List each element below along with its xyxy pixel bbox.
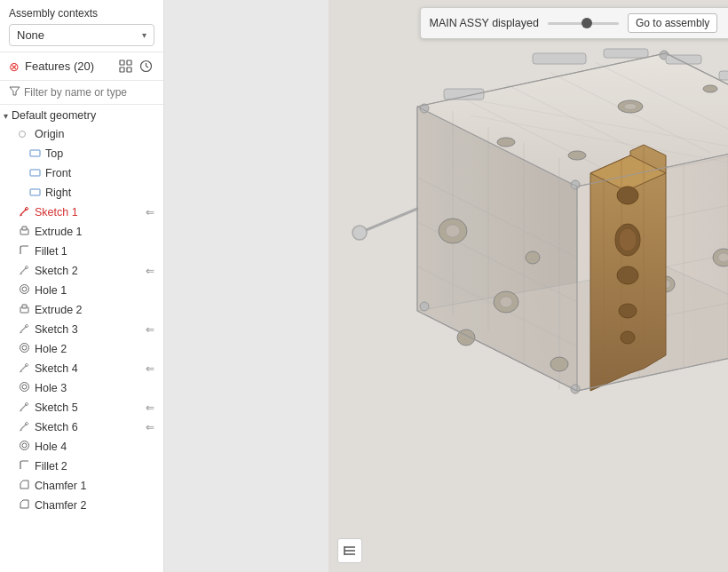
assembly-contexts-section: Assembly contexts None ▾ [0,0,163,52]
tree-item-fillet2[interactable]: Fillet 2 [0,457,163,476]
arrow-icon-sketch3: ⇐ [146,323,154,336]
svg-point-83 [550,357,568,371]
bottom-toolbar [337,538,362,563]
tree-item-hole3[interactable]: Hole 3 [0,378,163,398]
assembly-contexts-dropdown[interactable]: None ▾ [9,24,154,46]
sketch6-label: Sketch 6 [35,421,78,433]
hole-icon-3 [18,381,30,395]
tree-item-extrude1[interactable]: Extrude 1 [0,222,163,242]
tree-item-chamfer1[interactable]: Chamfer 1 [0,476,163,496]
list-view-button[interactable] [337,538,362,563]
top-label: Top [45,147,63,160]
arrow-icon-sketch4: ⇐ [146,362,154,375]
chevron-icon: ▾ [4,111,8,121]
svg-rect-116 [719,71,728,80]
svg-point-27 [22,346,27,350]
svg-point-39 [20,441,28,450]
hole-icon-1 [18,283,30,298]
tree-item-hole1[interactable]: Hole 1 [0,281,163,300]
default-geometry-label: Default geometry [12,109,96,122]
svg-rect-0 [120,60,124,65]
right-label: Right [45,187,71,199]
sketch-icon-5 [18,401,30,415]
tree-item-sketch5[interactable]: Sketch 5 ⇐ [0,398,163,417]
sketch-icon-6 [18,420,30,434]
svg-point-78 [446,225,460,237]
extrude2-label: Extrude 2 [35,304,83,316]
svg-rect-113 [533,53,586,64]
arrow-icon-sketch6: ⇐ [146,421,154,433]
tree-item-sketch6[interactable]: Sketch 6 ⇐ [0,417,163,437]
svg-point-80 [500,297,512,307]
error-icon: ⊗ [9,60,20,74]
svg-rect-2 [120,68,124,72]
sketch-icon-4 [18,361,30,376]
tree-item-top[interactable]: Top [0,144,163,163]
sketch-icon-2 [18,264,30,278]
svg-rect-8 [30,150,40,156]
tree-item-sketch2[interactable]: Sketch 2 ⇐ [0,261,163,281]
plane-icon-right [28,187,41,199]
arrow-icon-sketch2: ⇐ [146,265,154,277]
svg-point-85 [624,104,637,110]
notification-text: MAIN ASSY displayed [430,17,539,29]
svg-point-109 [571,385,580,393]
svg-point-72 [718,253,728,262]
goto-assembly-button[interactable]: Go to assembly [628,13,717,33]
svg-line-18 [20,274,22,274]
svg-marker-7 [10,87,20,95]
svg-rect-1 [127,60,131,65]
slider-track [548,22,619,25]
tree-item-extrude2[interactable]: Extrude 2 [0,300,163,320]
hole1-label: Hole 1 [35,284,67,297]
default-geometry-header[interactable]: ▾ Default geometry [0,107,163,124]
svg-line-6 [146,67,149,68]
tree-item-chamfer2[interactable]: Chamfer 2 [0,496,163,515]
chevron-down-icon: ▾ [142,30,146,40]
tree-item-sketch4[interactable]: Sketch 4 ⇐ [0,359,163,378]
svg-point-40 [22,443,27,448]
svg-rect-15 [22,226,27,230]
clock-icon-button[interactable] [138,58,154,75]
svg-point-32 [22,385,27,389]
svg-point-101 [619,304,637,318]
plane-icon-top [28,148,41,160]
tree-item-sketch3[interactable]: Sketch 3 ⇐ [0,320,163,339]
filter-input[interactable] [24,86,154,99]
notification-bar: MAIN ASSY displayed Go to assembly ✕ [420,7,729,39]
svg-point-20 [22,287,27,291]
fillet1-label: Fillet 1 [35,245,67,258]
plane-icon-front [28,168,41,179]
tree-item-front[interactable]: Front [0,163,163,183]
svg-point-31 [20,383,28,392]
origin-label: Origin [35,128,64,140]
svg-point-99 [619,228,637,251]
svg-rect-9 [30,170,40,176]
extrude-icon-2 [18,303,30,317]
tree-item-origin[interactable]: Origin [0,124,163,144]
assembly-contexts-label: Assembly contexts [9,7,154,20]
grid-icon-button[interactable] [117,58,134,75]
svg-point-87 [703,85,717,92]
3d-viewport[interactable] [164,0,728,572]
sketch4-label: Sketch 4 [35,362,78,375]
opacity-slider[interactable] [548,22,619,25]
tree-item-fillet1[interactable]: Fillet 1 [0,242,163,261]
hole3-label: Hole 3 [35,382,67,394]
svg-point-108 [571,180,580,189]
tree-item-right[interactable]: Right [0,183,163,203]
svg-rect-10 [30,189,40,195]
sketch-icon-1 [18,205,30,219]
fillet2-label: Fillet 2 [35,460,67,473]
sketch3-label: Sketch 3 [35,323,78,336]
arrow-icon-sketch1: ⇐ [146,206,154,218]
hole4-label: Hole 4 [35,441,67,453]
sketch2-label: Sketch 2 [35,265,78,277]
chamfer2-label: Chamfer 2 [35,499,86,512]
tree-item-sketch1[interactable]: Sketch 1 ⇐ [0,203,163,222]
extrude-icon-1 [18,225,30,239]
tree-item-hole2[interactable]: Hole 2 [0,339,163,359]
tree-item-hole4[interactable]: Hole 4 [0,437,163,457]
svg-point-103 [617,187,638,204]
arrow-icon-sketch5: ⇐ [146,401,154,414]
